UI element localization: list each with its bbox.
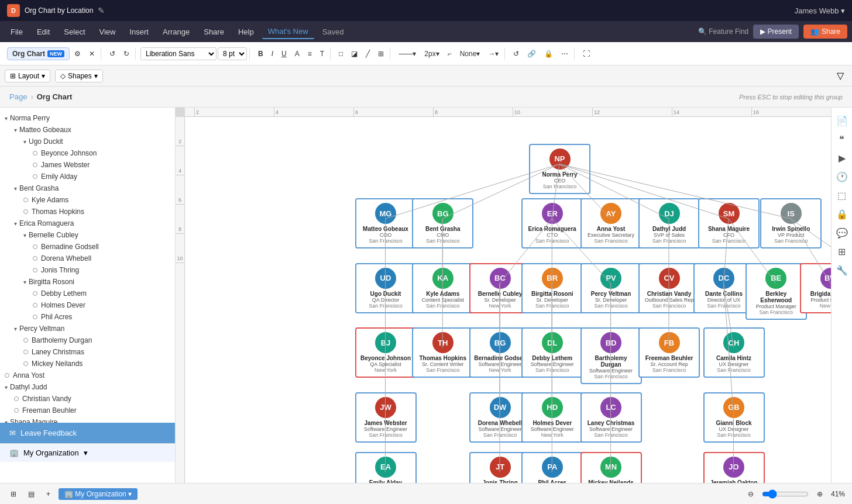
sidebar-tree-item[interactable]: Dorena Whebell <box>0 253 175 264</box>
sidebar-tree-item[interactable]: Mickey Neilands <box>0 358 175 370</box>
zoom-in-button[interactable]: ⊕ <box>813 488 826 500</box>
sidebar-tree-item[interactable]: ▾Ugo Duckit <box>0 136 175 147</box>
toolbar-close-btn[interactable]: ✕ <box>85 48 98 60</box>
my-org-button[interactable]: 🏢 My Organization ▾ <box>0 443 176 462</box>
zoom-slider[interactable] <box>762 489 809 499</box>
corner-button[interactable]: ⌐ <box>444 48 455 60</box>
org-node-christian[interactable]: CV Christian Vandy Outbound Sales Rep Sa… <box>638 263 700 313</box>
align-left-button[interactable]: ≡ <box>304 48 315 60</box>
org-node-freeman[interactable]: FB Freeman Beuhler Sr. Account Rep San F… <box>638 327 700 378</box>
line-style-button[interactable]: ——▾ <box>395 48 420 60</box>
sidebar-tree-item[interactable]: Jonis Thring <box>0 264 175 276</box>
sidebar-tree-item[interactable]: Holmes Dever <box>0 299 175 311</box>
shape-extra-button[interactable]: ⊞ <box>375 48 387 60</box>
sidebar-tree-item[interactable]: Phil Acres <box>0 311 175 323</box>
present-button[interactable]: ▶ Present <box>753 25 799 39</box>
text-direction-button[interactable]: T <box>317 48 328 60</box>
menu-help[interactable]: Help <box>232 25 260 39</box>
font-size-select[interactable]: 8 pt <box>218 47 247 60</box>
org-node-erica[interactable]: ER Erica Romaguera CTO San Francisco <box>521 198 583 248</box>
line-width-button[interactable]: 2px▾ <box>421 48 442 60</box>
org-node-ugo[interactable]: UD Ugo Duckit QA Director San Francisco <box>355 263 417 313</box>
sidebar-tree-item[interactable]: Debby Lethem <box>0 288 175 299</box>
org-node-bent[interactable]: BG Bent Grasha CMO San Francisco <box>412 198 473 248</box>
edit-title-icon[interactable]: ✎ <box>98 6 105 15</box>
org-node-thomas[interactable]: TH Thomas Hopkins Sr. Content Writer San… <box>412 327 473 378</box>
shapes-button[interactable]: ◇ Shapes ▾ <box>55 70 103 82</box>
sidebar-tree-item[interactable]: ▾Percy Veltman <box>0 323 175 334</box>
toolbar-action-btn[interactable]: ⚙ <box>71 48 84 60</box>
feature-find-button[interactable]: 🔍 Feature Find <box>698 27 748 36</box>
right-panel-lock-icon[interactable]: 🔒 <box>834 206 850 222</box>
none-button[interactable]: None▾ <box>456 48 484 60</box>
menu-arrange[interactable]: Arrange <box>157 25 195 39</box>
breadcrumb-page[interactable]: Page <box>9 92 27 101</box>
right-panel-tool-icon[interactable]: 🔧 <box>834 262 850 278</box>
sidebar-tree-item[interactable]: ▾Norma Perry <box>0 112 175 124</box>
org-node-percy[interactable]: PV Percy Veltman Sr. Developer San Franc… <box>580 263 642 313</box>
user-name[interactable]: James Webb ▾ <box>795 6 845 15</box>
org-node-beyonce[interactable]: BJ Beyonce Johnson QA Specialist New Yor… <box>355 327 417 378</box>
font-color-button[interactable]: A <box>291 48 303 60</box>
sidebar-tree-item[interactable]: Emily Alday <box>0 171 175 182</box>
right-panel-quote-icon[interactable]: ❝ <box>834 131 850 147</box>
sidebar-tree-item[interactable]: James Webster <box>0 159 175 171</box>
sidebar-tree-item[interactable]: ▾Matteo Gobeaux <box>0 124 175 136</box>
sidebar-tree-item[interactable]: Laney Christmas <box>0 346 175 358</box>
org-node-brigida[interactable]: BW Brigida Withey Product Manager New Yo… <box>800 263 831 313</box>
org-node-birgitta[interactable]: BR Birgitta Rosoni Sr. Developer San Fra… <box>521 263 583 313</box>
sidebar-tree-item[interactable]: ▾Bent Grasha <box>0 182 175 194</box>
link-button[interactable]: 🔗 <box>524 48 540 60</box>
org-node-bartholemy[interactable]: BD Bartholemy Durgan Software Engineer S… <box>580 327 642 384</box>
sidebar-tree-item[interactable]: ▾Erica Romaguera <box>0 218 175 229</box>
lock-button[interactable]: 🔒 <box>541 48 556 60</box>
fill-button[interactable]: ◪ <box>348 48 361 60</box>
org-node-dathyl[interactable]: DJ Dathyl Judd SVP of Sales San Francisc… <box>638 198 700 248</box>
undo-button[interactable]: ↺ <box>106 48 119 60</box>
org-node-laney[interactable]: LC Laney Christmas Software Engineer San… <box>580 392 642 443</box>
right-panel-clock-icon[interactable]: 🕐 <box>834 168 850 185</box>
leave-feedback-button[interactable]: ✉ Leave Feedback <box>0 423 176 443</box>
org-node-emily[interactable]: EA Emily Alday Software Engineer San Fra… <box>355 452 417 484</box>
my-org-label[interactable]: 🏢 My Organization ▾ <box>59 488 138 500</box>
menu-whats-new[interactable]: What's New <box>262 25 314 39</box>
org-node-james_w[interactable]: JW James Webster Software Engineer San F… <box>355 392 417 443</box>
underline-button[interactable]: U <box>278 48 290 60</box>
menu-select[interactable]: Select <box>58 25 91 39</box>
sidebar-tree-item[interactable]: ▾Dathyl Judd <box>0 381 175 393</box>
org-node-berkley[interactable]: BE Berkley Esherwood Product Manager San… <box>746 263 807 320</box>
sidebar-tree-item[interactable]: Christian Vandy <box>0 393 175 405</box>
sidebar-tree-item[interactable]: ▾Birgitta Rosoni <box>0 276 175 288</box>
sidebar-tree-item[interactable]: Beyonce Johnson <box>0 147 175 159</box>
share-button[interactable]: 👥 Share <box>803 25 847 39</box>
italic-button[interactable]: I <box>268 48 277 60</box>
redo-button[interactable]: ↻ <box>120 48 133 60</box>
org-node-shana[interactable]: SM Shana Maguire CFO San Francisco <box>698 198 760 248</box>
sidebar-tree-item[interactable]: Thomas Hopkins <box>0 206 175 218</box>
menu-insert[interactable]: Insert <box>123 25 154 39</box>
right-panel-chat-icon[interactable]: 💬 <box>834 225 850 241</box>
line-color-button[interactable]: ╱ <box>362 48 373 60</box>
org-node-holmes[interactable]: HD Holmes Dever Software Engineer New Yo… <box>521 392 583 443</box>
sidebar-tree-item[interactable]: ▾Bernelle Cubley <box>0 229 175 241</box>
grid-view-button[interactable]: ⊞ <box>7 488 20 500</box>
menu-share[interactable]: Share <box>198 25 230 39</box>
font-select[interactable]: Liberation Sans <box>140 47 217 60</box>
right-panel-page-icon[interactable]: 📄 <box>834 112 850 129</box>
arrow-button[interactable]: →▾ <box>485 48 502 60</box>
right-panel-present-icon[interactable]: ▶ <box>834 150 850 166</box>
sidebar-tree-item[interactable]: Kyle Adams <box>0 194 175 206</box>
sidebar-tree-item[interactable]: Freeman Beuhler <box>0 405 175 416</box>
shape-outline-button[interactable]: □ <box>335 48 346 60</box>
more-button[interactable]: ⋯ <box>558 48 572 60</box>
menu-view[interactable]: View <box>94 25 122 39</box>
sidebar-tree-item[interactable]: Bernadine Godsell <box>0 241 175 253</box>
org-node-gianni[interactable]: GB Gianni Block UX Designer San Francisc… <box>703 392 765 443</box>
layout-button[interactable]: ⊞ Layout ▾ <box>5 70 50 82</box>
menu-edit[interactable]: Edit <box>31 25 56 39</box>
zoom-out-button[interactable]: ⊖ <box>744 488 757 500</box>
bold-button[interactable]: B <box>255 48 267 60</box>
org-node-anna[interactable]: AY Anna Yost Executive Secretary San Fra… <box>580 198 642 248</box>
list-view-button[interactable]: ▤ <box>25 488 38 500</box>
org-node-norma[interactable]: NP Norma Perry CEO San Francisco <box>529 144 590 194</box>
